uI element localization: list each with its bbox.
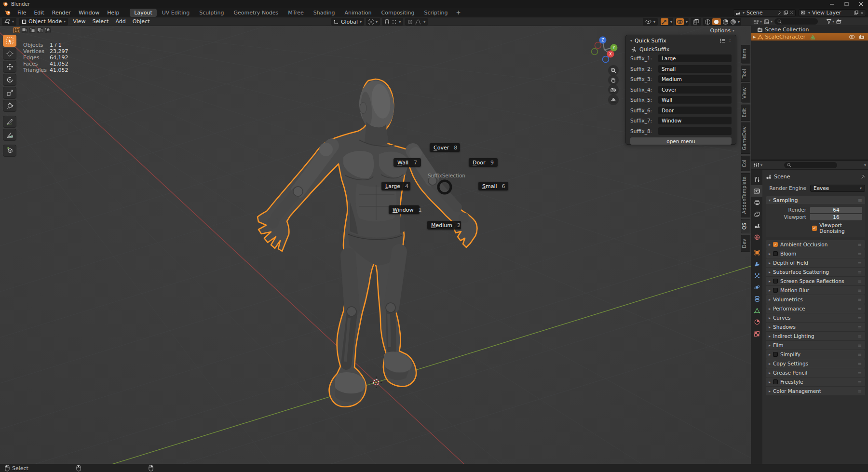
overlays-toggle[interactable] xyxy=(676,18,684,25)
shading-wireframe-icon[interactable] xyxy=(705,19,711,25)
sidebar-tab-qs[interactable]: QS xyxy=(741,219,750,233)
select-mode-invert[interactable] xyxy=(37,27,43,33)
panel-simplify[interactable]: ▸Simplify≡ xyxy=(766,350,865,359)
gizmo-minus-y[interactable] xyxy=(592,49,598,55)
expand-icon[interactable]: ▶ xyxy=(753,35,756,39)
checkbox[interactable] xyxy=(773,288,778,293)
viewport-3d[interactable]: ▾ Object Mode ▾ View Select Add Object G… xyxy=(0,17,751,464)
sidebar-tab-edit[interactable]: Edit xyxy=(741,104,750,121)
outliner-row-scene-collection[interactable]: Scene Collection xyxy=(751,26,868,33)
panel-color-management[interactable]: ▸Color Management≡ xyxy=(766,387,865,395)
workspace-tab-compositing[interactable]: Compositing xyxy=(377,9,419,17)
sidebar-tab-dev[interactable]: Dev xyxy=(741,235,750,252)
camera-view-button[interactable] xyxy=(608,84,619,95)
outliner-filter-type[interactable]: ▾ xyxy=(764,19,773,24)
menu-select[interactable]: Select xyxy=(90,18,110,25)
panel-depth-of-field[interactable]: ▸Depth of Field≡ xyxy=(766,258,865,267)
gizmo-minus-x[interactable] xyxy=(595,42,601,49)
panel-screen-space-reflections[interactable]: ▸Screen Space Reflections≡ xyxy=(766,277,865,285)
sidebar-tab-tool[interactable]: Tool xyxy=(741,65,750,82)
panel-volumetrics[interactable]: ▸Volumetrics≡ xyxy=(766,295,865,304)
tool-scale[interactable] xyxy=(3,87,16,99)
options-dropdown[interactable]: Options ▾ xyxy=(710,27,734,34)
tab-tool[interactable] xyxy=(751,174,762,185)
outliner-settings-button[interactable] xyxy=(836,19,841,24)
tool-move[interactable] xyxy=(3,61,16,73)
render-engine-dropdown[interactable]: Eevee ▾ xyxy=(810,185,865,192)
blender-menu-icon[interactable] xyxy=(2,10,14,15)
maximize-button[interactable] xyxy=(839,0,854,8)
tab-texture[interactable] xyxy=(751,328,762,339)
workspace-tab-geometry-nodes[interactable]: Geometry Nodes xyxy=(230,9,283,17)
sidebar-tab-item[interactable]: Item xyxy=(741,45,750,64)
gizmo-toggle[interactable] xyxy=(661,18,668,25)
menu-render[interactable]: Render xyxy=(48,10,75,16)
chevron-down-icon[interactable]: ▾ xyxy=(864,163,866,167)
tool-transform[interactable] xyxy=(3,100,16,112)
sidebar-tab-addontemplate[interactable]: AddonTemplate xyxy=(741,173,750,217)
snap-controls[interactable]: ▾ xyxy=(382,18,403,26)
panel-performance[interactable]: ▸Performance≡ xyxy=(766,304,865,313)
suffix-input-6[interactable]: Door xyxy=(658,107,732,114)
menu-file[interactable]: File xyxy=(14,10,30,16)
pin-icon[interactable] xyxy=(778,11,782,15)
tab-physics[interactable] xyxy=(751,282,762,293)
tool-select-box[interactable] xyxy=(3,35,16,47)
tab-output[interactable] xyxy=(751,197,762,208)
properties-editor-type[interactable]: ▾ xyxy=(754,162,762,168)
sidebar-tab-view[interactable]: View xyxy=(741,83,750,103)
sidebar-tab-col[interactable]: Col xyxy=(741,156,750,171)
shading-material-icon[interactable] xyxy=(722,19,729,25)
sampling-header[interactable]: ▾ Sampling ≡ xyxy=(766,196,865,204)
chevron-down-icon[interactable]: ▾ xyxy=(670,20,672,24)
chevron-down-icon[interactable]: ▾ xyxy=(686,20,688,24)
tool-rotate[interactable] xyxy=(3,74,16,86)
shading-rendered-icon[interactable] xyxy=(730,19,736,25)
menu-object[interactable]: Object xyxy=(131,18,152,25)
checkbox[interactable] xyxy=(773,251,778,256)
pie-item-door[interactable]: Door9 xyxy=(469,158,498,167)
sampling-viewport-value[interactable]: 16 xyxy=(810,214,862,220)
panel-copy-settings[interactable]: ▸Copy Settings≡ xyxy=(766,359,865,368)
suffix-input-4[interactable]: Cover xyxy=(658,86,732,94)
suffix-input-2[interactable]: Small xyxy=(658,65,732,73)
tool-cursor[interactable] xyxy=(3,48,16,60)
editor-type-button[interactable]: ▾ xyxy=(2,18,16,26)
viewport-denoising-checkbox[interactable]: ✓ xyxy=(812,226,817,231)
hide-eye-icon[interactable] xyxy=(849,35,855,39)
unlink-scene-icon[interactable] xyxy=(790,11,793,14)
outliner-search-input[interactable] xyxy=(774,18,818,25)
panel-indirect-lighting[interactable]: ▸Indirect Lighting≡ xyxy=(766,332,865,340)
tab-material[interactable] xyxy=(751,316,762,328)
workspace-tab-animation[interactable]: Animation xyxy=(340,9,376,17)
workspace-tab-scripting[interactable]: Scripting xyxy=(420,9,452,17)
menu-window[interactable]: Window xyxy=(75,10,103,16)
select-mode-subtract[interactable] xyxy=(29,27,36,33)
xray-toggle[interactable] xyxy=(691,18,701,26)
tab-world[interactable] xyxy=(751,231,762,243)
tab-object[interactable] xyxy=(751,247,762,258)
suffix-input-1[interactable]: Large xyxy=(658,54,732,62)
checkbox[interactable] xyxy=(773,279,778,283)
outliner-row-scalecharacter[interactable]: ▶ ScaleCharacter xyxy=(751,33,868,40)
view-layer-selector[interactable]: ▾ View Layer xyxy=(799,9,866,16)
select-mode-set[interactable] xyxy=(14,27,20,33)
tab-object-data[interactable] xyxy=(751,305,762,316)
pie-item-small[interactable]: Small6 xyxy=(478,182,508,190)
panel-grease-pencil[interactable]: ▸Grease Pencil≡ xyxy=(766,368,865,377)
outliner-filter-button[interactable]: ▾ xyxy=(827,19,834,24)
panel-film[interactable]: ▸Film≡ xyxy=(766,341,865,350)
chevron-down-icon[interactable]: ▾ xyxy=(738,20,740,24)
sidebar-tab-gamedev[interactable]: GameDev xyxy=(741,122,750,154)
close-button[interactable] xyxy=(854,0,868,8)
panel-subsurface-scattering[interactable]: ▸Subsurface Scattering≡ xyxy=(766,268,865,276)
preset-list-icon[interactable] xyxy=(720,39,726,43)
pie-item-large[interactable]: Large4 xyxy=(381,182,410,190)
suffix-input-7[interactable]: Window xyxy=(658,117,732,124)
menu-add[interactable]: Add xyxy=(113,18,127,25)
pie-item-cover[interactable]: Cover8 xyxy=(430,143,460,152)
checkbox[interactable] xyxy=(773,379,778,384)
panel-freestyle[interactable]: ▸Freestyle≡ xyxy=(766,378,865,386)
drag-handle-icon[interactable]: ≡ xyxy=(858,197,862,203)
select-mode-extend[interactable] xyxy=(21,27,28,33)
